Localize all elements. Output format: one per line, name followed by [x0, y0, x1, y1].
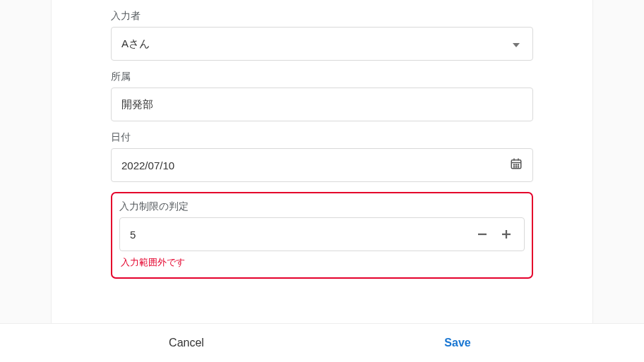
- save-button[interactable]: Save: [322, 324, 593, 363]
- svg-point-4: [513, 164, 514, 165]
- input-department-value[interactable]: [121, 99, 523, 111]
- error-limit-check: 入力範囲外です: [121, 257, 525, 269]
- label-input-person: 入力者: [111, 10, 533, 23]
- input-date[interactable]: [111, 148, 533, 182]
- footer-bar: Cancel Save: [0, 323, 644, 362]
- stepper-buttons: [475, 227, 514, 242]
- form-panel: 入力者 所属 日付: [51, 0, 593, 323]
- label-department: 所属: [111, 71, 533, 83]
- dropdown-input-person[interactable]: [111, 27, 533, 61]
- label-limit-check: 入力制限の判定: [119, 200, 525, 213]
- stepper-limit-check[interactable]: [119, 217, 525, 251]
- svg-rect-10: [478, 234, 487, 235]
- svg-point-9: [518, 167, 518, 167]
- field-limit-check-highlight: 入力制限の判定 入力範囲: [111, 192, 533, 279]
- stepper-limit-check-value[interactable]: [130, 229, 475, 241]
- field-date: 日付: [111, 131, 533, 182]
- input-department[interactable]: [111, 88, 533, 121]
- field-input-person: 入力者: [111, 10, 533, 61]
- svg-point-5: [515, 164, 516, 165]
- cancel-button[interactable]: Cancel: [51, 324, 322, 363]
- svg-point-7: [513, 167, 514, 167]
- svg-point-6: [518, 164, 518, 165]
- minus-icon[interactable]: [475, 227, 490, 242]
- plus-icon[interactable]: [499, 227, 514, 242]
- svg-point-8: [515, 167, 516, 167]
- label-date: 日付: [111, 131, 533, 144]
- calendar-icon[interactable]: [510, 157, 523, 173]
- input-date-value[interactable]: [121, 159, 523, 171]
- dropdown-input-person-value[interactable]: [121, 38, 523, 50]
- svg-rect-12: [506, 230, 507, 239]
- field-department: 所属: [111, 71, 533, 121]
